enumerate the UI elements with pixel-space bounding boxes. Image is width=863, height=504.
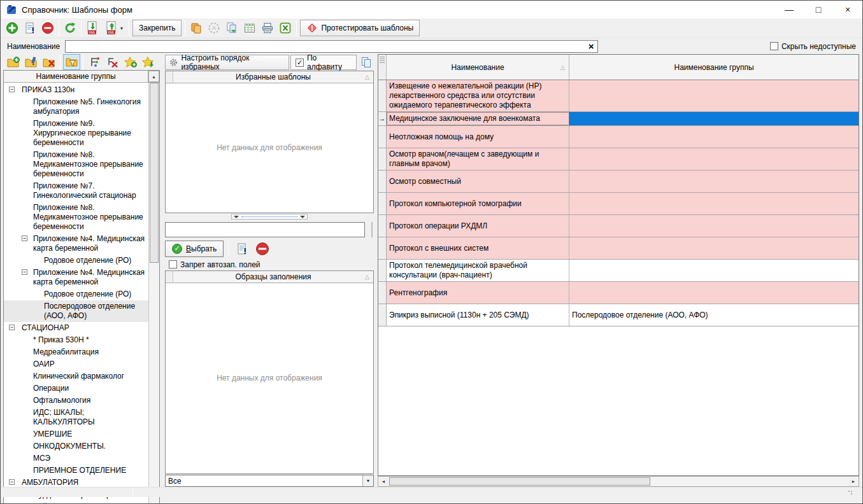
template-group-cell[interactable] (569, 112, 859, 125)
edit-template-button[interactable] (233, 241, 251, 257)
template-group-cell[interactable] (569, 282, 859, 304)
refresh-button[interactable] (61, 20, 79, 36)
filter-groups-button[interactable] (63, 54, 80, 70)
table-row[interactable]: Эпикриз выписной (1130н + 205 СЭМД)После… (378, 304, 859, 326)
tree-expander-icon[interactable]: − (9, 87, 15, 92)
add-button[interactable] (3, 20, 21, 36)
paste-button[interactable] (223, 20, 241, 36)
template-name-cell[interactable]: Протокол компьютерной томографии (387, 193, 569, 214)
template-group-cell[interactable]: Послеродовое отделение (АОО, АФО) (569, 304, 859, 326)
no-autofill-checkbox[interactable] (169, 260, 177, 269)
template-group-cell[interactable] (569, 215, 859, 237)
tree-scrollbar-thumb[interactable] (150, 83, 159, 263)
tree-item[interactable]: −Приложение №4. Медицинская карта береме… (4, 233, 148, 255)
edit-group-button[interactable] (22, 54, 39, 70)
scroll-left-icon[interactable]: ◄ (378, 477, 389, 486)
hide-unavailable-checkbox[interactable] (770, 42, 778, 50)
tree-item[interactable]: Медреабилитация (4, 346, 148, 358)
alphabet-checkbox[interactable]: ✓ (296, 59, 303, 67)
clear-tree-filter-button[interactable] (104, 54, 121, 70)
xml-export-dropdown-icon[interactable]: ▼ (120, 26, 124, 31)
alphabet-sort-toggle[interactable]: ✓ По алфавиту (290, 55, 357, 70)
template-name-cell[interactable]: Протокол с внешних систем (387, 237, 569, 259)
tree-item[interactable]: −СТАЦИОНАР (4, 322, 148, 334)
tree-item[interactable]: Клинический фармаколог (4, 370, 148, 382)
hide-unavailable-toggle[interactable]: Скрыть недоступные (770, 42, 856, 51)
template-group-cell[interactable] (569, 193, 859, 214)
tree-item[interactable]: УМЕРШИЕ (4, 428, 148, 440)
template-group-cell[interactable] (569, 237, 859, 259)
tree-item[interactable]: Приложение №7. Гинекологический стациона… (4, 180, 148, 202)
tree-item[interactable]: Приложение №8. Медикаментозное прерывани… (4, 202, 148, 233)
table-row[interactable]: Протокол телемедицинской врачебной консу… (378, 260, 859, 282)
maximize-button[interactable]: □ (804, 1, 833, 18)
template-name-cell[interactable]: Извещение о нежелательной реакции (НР) л… (387, 80, 569, 111)
tree-item[interactable]: Приложение №9. Хирургическое прерывание … (4, 118, 148, 149)
tree-scroll-up-icon[interactable]: ▲ (148, 71, 159, 82)
resize-grip-icon[interactable] (848, 490, 853, 496)
template-name-cell[interactable]: Осмотр врачом(лечащем с заведующим и гла… (387, 148, 569, 170)
favorite-add-button[interactable] (122, 54, 139, 70)
tree-expander-icon[interactable]: − (9, 325, 15, 330)
tree-scrollbar[interactable]: ▼ (148, 83, 159, 504)
table-row[interactable]: Протокол операции РХДМЛ (378, 215, 859, 237)
template-name-cell[interactable]: Неотложная помощь на дому (387, 126, 569, 148)
template-search-input[interactable] (166, 223, 364, 237)
scroll-right-icon[interactable]: ► (848, 477, 859, 486)
select-button[interactable]: ✓ Выбрать (165, 241, 224, 257)
tree-expander-icon[interactable]: − (9, 479, 15, 485)
hscrollbar-thumb[interactable] (389, 477, 650, 486)
sort-tree-button[interactable] (86, 54, 103, 70)
tree-item[interactable]: Офтальмология (4, 395, 148, 407)
tree-item[interactable]: ОАИР (4, 358, 148, 370)
samples-list-header[interactable]: Образцы заполнения △ (166, 271, 373, 283)
pin-button[interactable]: Закрепить (132, 20, 182, 36)
column-header-group[interactable]: Наименование группы (569, 55, 859, 80)
table-row[interactable]: Осмотр врачом(лечащем с заведующим и гла… (378, 148, 859, 171)
template-name-cell[interactable]: Эпикриз выписной (1130н + 205 СЭМД) (387, 304, 569, 326)
table-row[interactable]: Извещение о нежелательной реакции (НР) л… (378, 80, 859, 112)
delete-button[interactable] (39, 20, 57, 36)
tree-item[interactable]: * Приказ 530Н * (4, 334, 148, 346)
order-favorites-button[interactable]: Настроить порядок избранных (165, 55, 289, 70)
tree-item[interactable]: Родовое отделение (РО) (4, 255, 148, 267)
tree-expander-icon[interactable]: − (22, 235, 27, 241)
table-row[interactable]: Протокол с внешних систем (378, 237, 859, 260)
column-header-name[interactable]: Наименование △ (387, 55, 569, 80)
template-name-cell[interactable]: Протокол операции РХДМЛ (387, 215, 569, 237)
splitter-handle[interactable] (231, 214, 308, 220)
tree-item[interactable]: Приложение №8. Медикаментозное прерывани… (4, 149, 148, 180)
combo-dropdown-icon[interactable]: ▼ (362, 475, 373, 486)
tree-item[interactable]: МСЭ (4, 452, 148, 465)
copy-list-button[interactable] (358, 55, 374, 70)
favorite-move-button[interactable] (139, 54, 157, 70)
tree-item[interactable]: Послеродовое отделение (АОО, АФО) (4, 300, 148, 322)
block-template-button[interactable] (253, 241, 271, 257)
table-row[interactable]: Неотложная помощь на дому (378, 126, 859, 148)
print-button[interactable] (259, 20, 276, 36)
no-autofill-toggle[interactable]: Запрет автозап. полей (165, 259, 374, 270)
template-group-cell[interactable] (569, 260, 859, 281)
table-row[interactable]: Протокол компьютерной томографии (378, 193, 859, 215)
name-filter-input[interactable] (66, 41, 585, 52)
delete-group-button[interactable] (40, 54, 57, 70)
table-view-button[interactable] (241, 20, 259, 36)
minimize-button[interactable]: — (774, 1, 804, 18)
table-row[interactable]: Рентгенография (378, 282, 859, 304)
template-name-cell[interactable]: Медицинское заключение для военкомата (387, 112, 569, 125)
table-horizontal-scrollbar[interactable]: ◄ ► (378, 476, 859, 487)
panel-splitter[interactable] (165, 213, 374, 221)
excel-export-button[interactable] (276, 20, 294, 36)
template-group-cell[interactable] (569, 171, 859, 192)
template-name-cell[interactable]: Протокол телемедицинской врачебной консу… (387, 260, 569, 281)
tree-item[interactable]: Операции (4, 382, 148, 395)
clear-filter-icon[interactable]: × (585, 41, 597, 52)
tree-expander-icon[interactable]: − (22, 269, 27, 275)
splitter-collapse-icon[interactable] (234, 216, 239, 218)
template-group-cell[interactable] (569, 126, 859, 148)
xml-import-button[interactable]: XML (83, 20, 101, 36)
tree-item[interactable]: −Приложение №4. Медицинская карта береме… (4, 267, 148, 288)
favorites-list-header[interactable]: Избранные шаблоны △ (166, 71, 373, 83)
tree-item[interactable]: Нейрохирург (4, 501, 148, 504)
close-button[interactable]: × (833, 1, 862, 18)
